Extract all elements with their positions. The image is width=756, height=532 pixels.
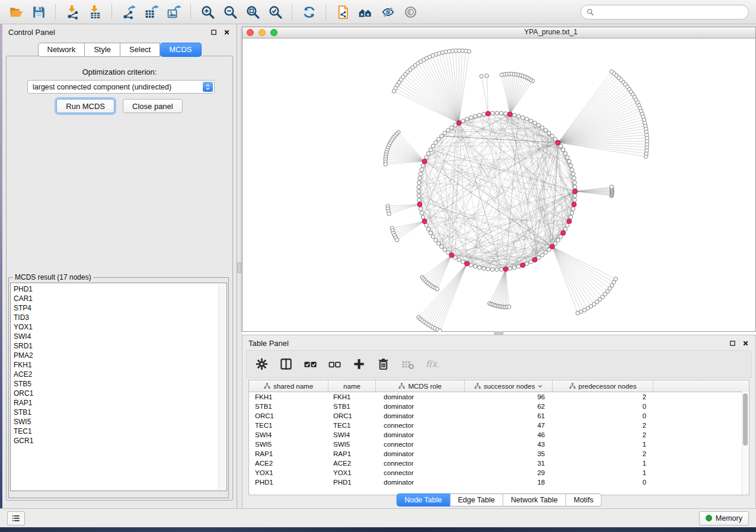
mcds-result-item[interactable]: SWI4 — [14, 332, 218, 341]
dominator-node[interactable] — [550, 244, 554, 249]
tab-edge-table[interactable]: Edge Table — [450, 493, 503, 507]
network-node[interactable] — [465, 117, 468, 121]
network-node[interactable] — [573, 194, 577, 197]
network-node[interactable] — [562, 148, 565, 152]
network-node[interactable] — [477, 266, 481, 270]
mcds-result-item[interactable]: CAR1 — [14, 294, 218, 303]
network-node[interactable] — [500, 73, 503, 76]
table-row[interactable]: YOX1YOX1connector291 — [249, 468, 749, 477]
network-node[interactable] — [499, 268, 503, 271]
zoom-fit-button[interactable] — [242, 2, 263, 21]
network-node[interactable] — [387, 212, 391, 216]
network-node[interactable] — [540, 254, 544, 257]
dominator-node[interactable] — [449, 253, 454, 258]
zoom-selected-button[interactable] — [264, 2, 286, 21]
mcds-result-item[interactable]: PMA2 — [14, 351, 218, 360]
network-node[interactable] — [572, 207, 575, 210]
mcds-result-list[interactable]: PHD1CAR1STP4TID3YOX1SWI4SRD1PMA2FKH1ACE2… — [10, 283, 227, 491]
tab-mcds[interactable]: MCDS — [160, 43, 201, 57]
network-node[interactable] — [570, 211, 574, 214]
column-header-name[interactable]: name — [328, 380, 376, 392]
dominator-node[interactable] — [417, 202, 422, 207]
import-network-button[interactable] — [62, 2, 83, 21]
export-image-button[interactable] — [163, 2, 184, 21]
result-list-scrollbar[interactable] — [218, 284, 226, 490]
dominator-node[interactable] — [573, 189, 578, 194]
network-node[interactable] — [525, 262, 528, 265]
network-node[interactable] — [614, 277, 617, 281]
delete-columns-button[interactable] — [375, 357, 391, 372]
tab-network[interactable]: Network — [37, 43, 85, 57]
network-node[interactable] — [482, 267, 486, 270]
network-node[interactable] — [566, 156, 569, 159]
dominator-node[interactable] — [422, 219, 427, 224]
network-node[interactable] — [556, 238, 560, 242]
window-close-icon[interactable] — [247, 29, 254, 36]
refresh-button[interactable] — [298, 2, 320, 21]
table-row[interactable]: STB1STB1dominator620 — [249, 402, 749, 411]
zoom-in-button[interactable] — [197, 2, 218, 21]
network-node[interactable] — [512, 113, 516, 117]
select-all-button[interactable] — [302, 357, 318, 372]
mcds-result-item[interactable]: SRD1 — [14, 341, 218, 351]
float-table-panel-button[interactable] — [729, 339, 736, 347]
network-node[interactable] — [449, 126, 453, 129]
table-mode-button[interactable] — [254, 357, 269, 372]
network-node[interactable] — [426, 152, 430, 155]
network-node[interactable] — [572, 172, 575, 175]
table-scrollbar[interactable] — [742, 392, 749, 495]
network-node[interactable] — [512, 266, 516, 270]
table-row[interactable]: ORC1ORC1dominator610 — [249, 411, 749, 421]
network-node[interactable] — [573, 185, 577, 188]
tab-select[interactable]: Select — [120, 43, 160, 57]
dominator-node[interactable] — [503, 267, 508, 271]
close-panel-action-button[interactable]: Close panel — [123, 99, 183, 113]
network-node[interactable] — [446, 129, 450, 132]
network-node[interactable] — [525, 117, 528, 121]
mcds-result-item[interactable]: TID3 — [14, 313, 218, 322]
network-node[interactable] — [421, 215, 425, 219]
tab-node-table[interactable]: Node Table — [396, 493, 450, 507]
window-minimize-icon[interactable] — [259, 29, 266, 36]
memory-button[interactable]: Memory — [699, 511, 749, 525]
network-node[interactable] — [508, 267, 512, 270]
show-details-button[interactable] — [400, 2, 421, 21]
network-node[interactable] — [490, 111, 494, 115]
dominator-node[interactable] — [422, 159, 427, 164]
column-header-shared-name[interactable]: shared name — [249, 380, 328, 392]
network-node[interactable] — [436, 137, 440, 141]
network-node[interactable] — [569, 215, 572, 219]
network-node[interactable] — [419, 172, 422, 175]
network-node[interactable] — [540, 126, 544, 129]
dominator-node[interactable] — [465, 261, 470, 266]
network-node[interactable] — [421, 164, 425, 167]
network-node[interactable] — [573, 198, 576, 202]
show-columns-button[interactable] — [278, 357, 294, 372]
network-node[interactable] — [418, 177, 422, 180]
network-node[interactable] — [521, 116, 524, 119]
network-node[interactable] — [436, 242, 440, 245]
mcds-result-item[interactable]: STB1 — [14, 408, 218, 417]
network-node[interactable] — [529, 260, 532, 264]
task-history-button[interactable] — [7, 511, 25, 525]
dominator-node[interactable] — [486, 111, 490, 116]
first-neighbors-button[interactable] — [355, 2, 376, 21]
network-node[interactable] — [420, 168, 423, 171]
network-node[interactable] — [516, 265, 520, 268]
network-node[interactable] — [440, 134, 444, 138]
network-node[interactable] — [392, 89, 395, 93]
network-node[interactable] — [507, 305, 511, 309]
float-panel-button[interactable] — [210, 28, 218, 36]
mcds-result-item[interactable]: ACE2 — [14, 370, 218, 379]
column-header-mcds-role[interactable]: MCDS role — [376, 380, 465, 392]
export-table-button[interactable] — [141, 2, 162, 21]
network-node[interactable] — [425, 156, 428, 159]
network-node[interactable] — [566, 223, 569, 227]
network-node[interactable] — [490, 268, 494, 271]
network-node[interactable] — [563, 152, 567, 155]
network-node[interactable] — [473, 114, 477, 118]
import-table-button[interactable] — [84, 2, 106, 21]
network-node[interactable] — [544, 251, 547, 254]
vertical-splitter-handle[interactable] — [237, 262, 241, 273]
dominator-node[interactable] — [457, 121, 461, 126]
